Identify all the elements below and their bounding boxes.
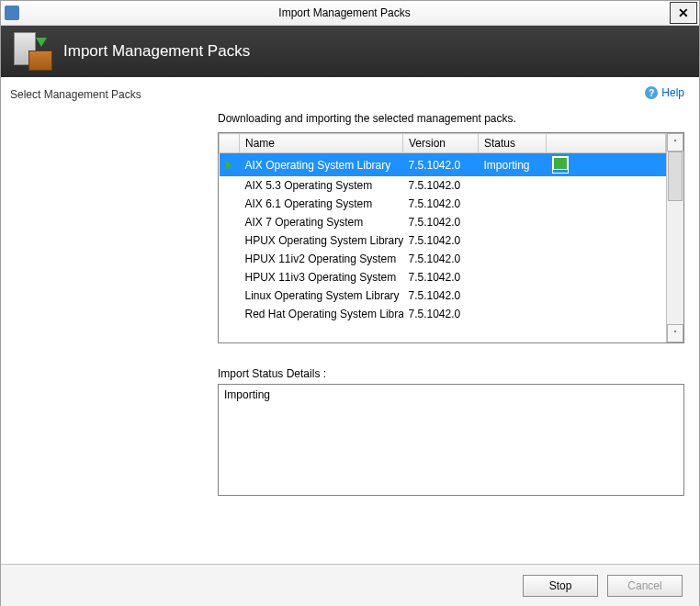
header-title: Import Management Packs <box>63 42 250 61</box>
cell-name: Linux Operating System Library <box>240 286 403 305</box>
details-text: Importing <box>224 388 270 401</box>
main-panel: ? Help Downloading and importing the sel… <box>212 77 699 564</box>
row-status-icon <box>220 195 240 213</box>
progress-bar <box>552 156 569 174</box>
cell-progress <box>547 250 666 268</box>
progress-message: Downloading and importing the selected m… <box>218 112 684 125</box>
titlebar: Import Management Packs ✕ <box>1 1 699 26</box>
table-row[interactable]: AIX 7 Operating System7.5.1042.0 <box>220 213 666 231</box>
header-band: Import Management Packs <box>1 26 699 77</box>
cell-name: AIX 7 Operating System <box>240 213 403 231</box>
table-row[interactable]: HPUX 11iv3 Operating System7.5.1042.0 <box>220 268 666 286</box>
stop-button[interactable]: Stop <box>523 575 598 597</box>
col-header-name[interactable]: Name <box>240 134 403 153</box>
scroll-thumb[interactable] <box>668 152 683 201</box>
row-status-icon <box>220 231 240 250</box>
packs-table[interactable]: Name Version Status AIX Operating System… <box>219 133 666 342</box>
details-label: Import Status Details : <box>218 367 684 380</box>
scroll-down-button[interactable]: ˅ <box>667 324 683 342</box>
cell-status <box>479 176 547 195</box>
cell-version: 7.5.1042.0 <box>403 153 479 177</box>
cell-name: AIX 6.1 Operating System <box>240 195 403 213</box>
table-row[interactable]: Red Hat Operating System Library7.5.1042… <box>220 305 666 323</box>
cell-name: HPUX Operating System Library <box>240 231 403 250</box>
table-row[interactable]: HPUX Operating System Library7.5.1042.0 <box>220 231 666 250</box>
cell-name: AIX Operating System Library <box>240 153 403 177</box>
cell-status <box>479 195 547 213</box>
cell-status: Importing <box>479 153 547 177</box>
close-button[interactable]: ✕ <box>670 2 697 24</box>
table-scrollbar[interactable]: ˄ ˅ <box>666 133 683 342</box>
play-icon <box>226 161 232 170</box>
cell-progress <box>547 286 666 305</box>
cell-progress <box>547 195 666 213</box>
details-textbox[interactable]: Importing <box>218 384 684 496</box>
row-status-icon <box>220 213 240 231</box>
row-status-icon <box>220 305 240 323</box>
scroll-up-button[interactable]: ˄ <box>667 133 683 152</box>
header-icon <box>14 32 52 71</box>
cell-name: HPUX 11iv3 Operating System <box>240 268 403 286</box>
cell-progress <box>547 268 666 286</box>
help-icon: ? <box>645 86 658 99</box>
scroll-track[interactable] <box>667 152 683 324</box>
table-header-row: Name Version Status <box>220 134 666 153</box>
cell-status <box>479 231 547 250</box>
row-status-icon <box>220 250 240 268</box>
cancel-button[interactable]: Cancel <box>607 575 683 597</box>
cell-name: Red Hat Operating System Library <box>240 305 403 323</box>
cell-version: 7.5.1042.0 <box>403 286 479 305</box>
table-row[interactable]: AIX Operating System Library7.5.1042.0Im… <box>220 153 666 177</box>
sidebar-item-select-packs[interactable]: Select Management Packs <box>10 88 203 101</box>
col-header-status[interactable]: Status <box>479 134 547 153</box>
cell-progress <box>547 305 666 323</box>
cell-progress <box>547 231 666 250</box>
cell-version: 7.5.1042.0 <box>403 195 479 213</box>
cell-version: 7.5.1042.0 <box>403 268 479 286</box>
cell-version: 7.5.1042.0 <box>403 176 479 195</box>
cell-version: 7.5.1042.0 <box>403 305 479 323</box>
wizard-sidebar: Select Management Packs <box>1 77 212 564</box>
row-status-icon <box>220 153 240 177</box>
cell-version: 7.5.1042.0 <box>403 250 479 268</box>
cell-progress <box>547 176 666 195</box>
cell-name: HPUX 11iv2 Operating System <box>240 250 403 268</box>
table-row[interactable]: HPUX 11iv2 Operating System7.5.1042.0 <box>220 250 666 268</box>
cell-progress <box>547 213 666 231</box>
cell-version: 7.5.1042.0 <box>403 231 479 250</box>
packs-table-container: Name Version Status AIX Operating System… <box>218 132 684 343</box>
cell-name: AIX 5.3 Operating System <box>240 176 403 195</box>
help-link[interactable]: ? Help <box>218 86 684 99</box>
cell-progress <box>547 153 666 177</box>
row-status-icon <box>220 286 240 305</box>
row-status-icon <box>220 268 240 286</box>
cell-status <box>479 305 547 323</box>
row-status-icon <box>220 176 240 195</box>
table-row[interactable]: Linux Operating System Library7.5.1042.0 <box>220 286 666 305</box>
col-header-version[interactable]: Version <box>403 134 479 153</box>
table-row[interactable]: AIX 5.3 Operating System7.5.1042.0 <box>220 176 666 195</box>
col-header-icon[interactable] <box>220 134 240 153</box>
cell-status <box>479 286 547 305</box>
cell-status <box>479 268 547 286</box>
content-area: Select Management Packs ? Help Downloadi… <box>1 77 699 564</box>
cell-version: 7.5.1042.0 <box>403 213 479 231</box>
help-label: Help <box>661 86 684 99</box>
window-title: Import Management Packs <box>19 6 670 19</box>
dialog-footer: Stop Cancel <box>1 564 699 606</box>
cell-status <box>479 213 547 231</box>
dialog-window: Import Management Packs ✕ Import Managem… <box>0 0 700 606</box>
table-row[interactable]: AIX 6.1 Operating System7.5.1042.0 <box>220 195 666 213</box>
close-icon: ✕ <box>678 6 689 20</box>
cell-status <box>479 250 547 268</box>
col-header-progress[interactable] <box>547 134 666 153</box>
app-icon <box>5 6 19 20</box>
